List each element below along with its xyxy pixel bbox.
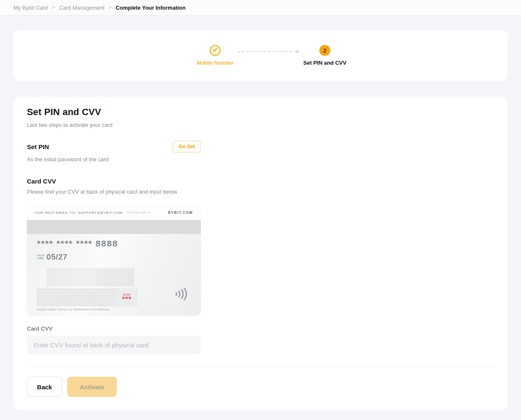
card-signature-strip: CVV *** [37,288,138,307]
go-set-button[interactable]: Go Set [173,141,201,152]
set-pin-title: Set PIN [27,143,49,150]
contactless-icon [173,286,190,304]
stepper-panel: Mobile Number 2 Set PIN and CVV [13,30,508,81]
back-button[interactable]: Back [27,377,62,397]
stepper-connector [234,50,303,53]
cvv-input[interactable] [27,336,201,354]
breadcrumb-separator-icon: > [52,5,55,10]
card-help-text: FOR HELP EMAIL TO: SUPPORT@BYBIT.COM [35,211,122,215]
card-brand-text: BYBIT.COM [168,210,193,215]
arrow-right-icon [297,50,299,53]
card-cvv-masked-value: *** [122,297,132,302]
breadcrumb-my-bybit-card[interactable]: My Bybit Card [13,5,48,11]
breadcrumb: My Bybit Card > Card Management > Comple… [13,5,186,11]
breadcrumb-separator-icon: > [108,5,111,10]
step-label-mobile-number: Mobile Number [197,60,234,66]
step-current-circle: 2 [319,45,330,56]
card-valid-thru-label: VALID THRU [37,254,45,260]
card-issuer-text: Issued under licence by Mastercard Inter… [37,307,109,311]
step-mobile-number: Mobile Number [197,45,234,66]
card-masked-number: **** **** **** 8888 [37,239,118,249]
footer-divider [27,367,494,367]
card-cvv-section-title: Card CVV [27,178,494,185]
footer-actions: Back Activate [27,377,494,397]
card-ghost-block [96,268,134,286]
step-number: 2 [323,47,326,54]
card-magnetic-stripe [27,220,201,234]
card-cvv-box: CVV *** [116,288,138,307]
stepper-dashed-line [238,51,296,52]
card-ghost-block [46,268,96,286]
activate-button[interactable]: Activate [67,377,117,397]
cvv-input-label: Card CVV [27,326,494,332]
set-pin-description: As the initial password of the card [27,156,494,163]
card-serial-text: TCT SAW 5000 V2 [126,211,150,214]
top-bar: My Bybit Card > Card Management > Comple… [0,0,521,16]
main-panel: Set PIN and CVV Last two steps to activa… [13,97,508,410]
card-cvv-section-description: Please find your CVV at back of physical… [27,189,494,195]
card-top-strip: FOR HELP EMAIL TO: SUPPORT@BYBIT.COM TCT… [27,205,201,220]
step-set-pin-cvv: 2 Set PIN and CVV [303,45,347,66]
page-subtitle: Last two steps to activate your card [27,122,494,128]
page-title: Set PIN and CVV [27,107,494,118]
stepper: Mobile Number 2 Set PIN and CVV [197,45,347,66]
set-pin-row: Set PIN Go Set [27,141,201,152]
card-valid-thru: VALID THRU 05/27 [37,252,68,262]
step-label-set-pin-cvv: Set PIN and CVV [303,60,347,66]
check-icon [212,47,218,54]
step-done-circle [210,45,221,56]
card-back-preview: FOR HELP EMAIL TO: SUPPORT@BYBIT.COM TCT… [27,205,201,315]
breadcrumb-current-page: Complete Your Information [116,5,185,11]
breadcrumb-card-management[interactable]: Card Management [59,5,105,11]
card-expiry-date: 05/27 [47,252,68,262]
